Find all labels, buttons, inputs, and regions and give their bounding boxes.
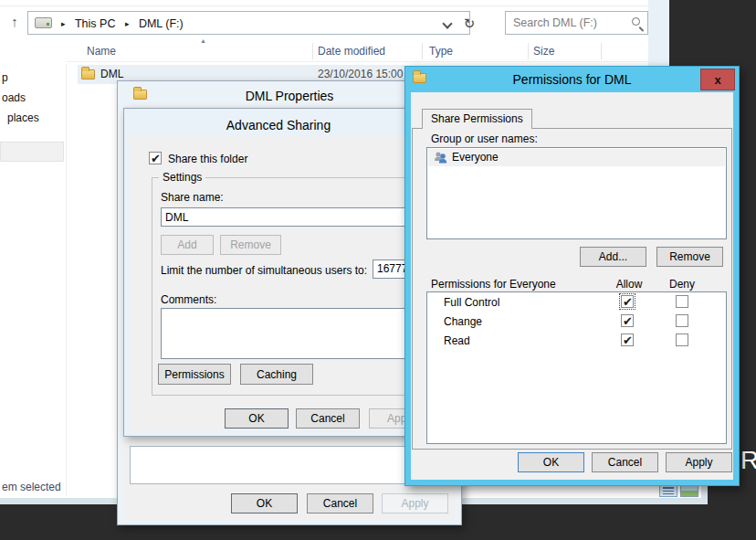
permission-name: Change <box>444 315 482 328</box>
allow-checkbox[interactable] <box>621 314 634 327</box>
ok-button[interactable]: OK <box>225 408 289 429</box>
scrollbar-gutter <box>648 0 669 66</box>
drive-icon <box>35 17 52 28</box>
dialog-body: Share this folder Settings Share name: A… <box>130 136 427 430</box>
permission-name: Full Control <box>444 296 499 309</box>
comments-textarea[interactable] <box>161 308 427 359</box>
allow-checkbox[interactable] <box>621 334 634 346</box>
dialog-title: Advanced Sharing <box>124 115 433 135</box>
background-dark-patch <box>669 0 756 66</box>
column-divider[interactable] <box>312 43 313 59</box>
apply-button[interactable]: Apply <box>382 493 448 514</box>
breadcrumb-item-this-pc[interactable]: This PC <box>75 17 115 30</box>
cancel-button[interactable]: Cancel <box>592 452 658 472</box>
permission-row: Read <box>427 333 726 350</box>
settings-label: Settings <box>159 171 205 184</box>
breadcrumb: ▸ This PC ▸ DML (F:) <box>56 12 184 34</box>
breadcrumb-arrow-icon: ▸ <box>125 19 130 28</box>
remove-share-button[interactable]: Remove <box>220 235 281 255</box>
deny-column-header: Deny <box>662 278 702 291</box>
list-item-label: Everyone <box>452 151 499 164</box>
column-header-type[interactable]: Type <box>429 45 453 58</box>
allow-checkbox[interactable] <box>621 295 634 308</box>
column-header-row: ▲ Name Date modified Type Size <box>66 40 648 62</box>
comments-label: Comments: <box>161 293 216 306</box>
sidebar-selected-item[interactable] <box>0 142 64 162</box>
permissions-for-everyone-label: Permissions for Everyone <box>431 278 556 291</box>
column-header-name[interactable]: Name <box>87 45 116 58</box>
dialog-title: Permissions for DML <box>405 69 739 90</box>
group-user-listbox[interactable]: Everyone <box>426 147 727 239</box>
navigate-up-button[interactable]: ↑ <box>5 12 24 32</box>
share-name-label: Share name: <box>161 191 224 204</box>
column-header-size[interactable]: Size <box>533 45 554 58</box>
deny-checkbox[interactable] <box>676 295 688 308</box>
search-box[interactable] <box>505 11 648 35</box>
sidebar-item-recent-places[interactable]: places <box>7 111 39 124</box>
add-button[interactable]: Add... <box>580 247 646 267</box>
list-item-everyone[interactable]: Everyone <box>428 149 725 166</box>
dialog-body: Share Permissions Group or user names: E… <box>411 92 733 480</box>
add-share-button[interactable]: Add <box>161 235 214 255</box>
tab-share-permissions[interactable]: Share Permissions <box>422 109 532 129</box>
group-or-user-names-label: Group or user names: <box>431 132 538 145</box>
column-divider[interactable] <box>528 43 529 59</box>
column-header-date-modified[interactable]: Date modified <box>318 45 385 58</box>
search-icon[interactable] <box>632 17 640 26</box>
sidebar-item-downloads[interactable]: oads <box>2 91 26 104</box>
advanced-sharing-dialog: Advanced Sharing Share this folder Setti… <box>123 108 434 437</box>
apply-button[interactable]: Apply <box>666 452 732 472</box>
permission-row: Full Control <box>427 294 726 312</box>
caching-button[interactable]: Caching <box>240 364 313 385</box>
screen: ↑ ▸ This PC ▸ DML (F:) ↻ ▲ Name Date mod… <box>0 0 756 540</box>
deny-checkbox[interactable] <box>676 334 688 346</box>
ok-button[interactable]: OK <box>518 452 584 472</box>
permissions-for-dml-dialog: Permissions for DML x Share Permissions … <box>404 66 740 486</box>
column-divider[interactable] <box>422 43 423 59</box>
permissions-button[interactable]: Permissions <box>158 364 231 385</box>
permission-rows: Full ControlChangeRead <box>426 291 727 444</box>
permission-name: Read <box>444 334 470 347</box>
file-date-modified: 23/10/2016 15:00 <box>318 68 403 80</box>
share-name-input[interactable] <box>161 207 427 227</box>
deny-checkbox[interactable] <box>676 314 688 327</box>
breadcrumb-item-dml-drive[interactable]: DML (F:) <box>139 17 184 30</box>
share-this-folder-checkbox[interactable] <box>149 152 162 164</box>
close-icon[interactable]: x <box>700 69 735 90</box>
cancel-button[interactable]: Cancel <box>307 493 373 514</box>
desktop-background-text: R <box>740 446 756 475</box>
ribbon-divider <box>0 5 648 6</box>
remove-button[interactable]: Remove <box>656 247 723 267</box>
share-this-folder-label: Share this folder <box>168 153 247 165</box>
cancel-button[interactable]: Cancel <box>296 408 360 429</box>
ok-button[interactable]: OK <box>231 493 298 514</box>
breadcrumb-arrow-icon: ▸ <box>61 19 66 28</box>
user-limit-label: Limit the number of simultaneous users t… <box>161 264 367 277</box>
column-divider[interactable] <box>601 43 602 59</box>
refresh-icon[interactable]: ↻ <box>460 13 478 35</box>
allow-column-header: Allow <box>607 278 651 291</box>
sidebar-item-desktop[interactable]: p <box>2 71 8 84</box>
address-dropdown-icon[interactable] <box>442 18 452 28</box>
users-icon <box>433 151 448 164</box>
address-bar[interactable]: ▸ This PC ▸ DML (F:) ↻ <box>27 11 470 35</box>
pane-divider <box>66 64 67 496</box>
permission-row: Change <box>427 313 726 331</box>
file-name: DML <box>100 68 123 80</box>
folder-icon <box>81 69 95 79</box>
sort-ascending-icon: ▲ <box>200 37 206 44</box>
search-input[interactable] <box>506 12 647 34</box>
status-bar-text: em selected <box>2 481 61 493</box>
